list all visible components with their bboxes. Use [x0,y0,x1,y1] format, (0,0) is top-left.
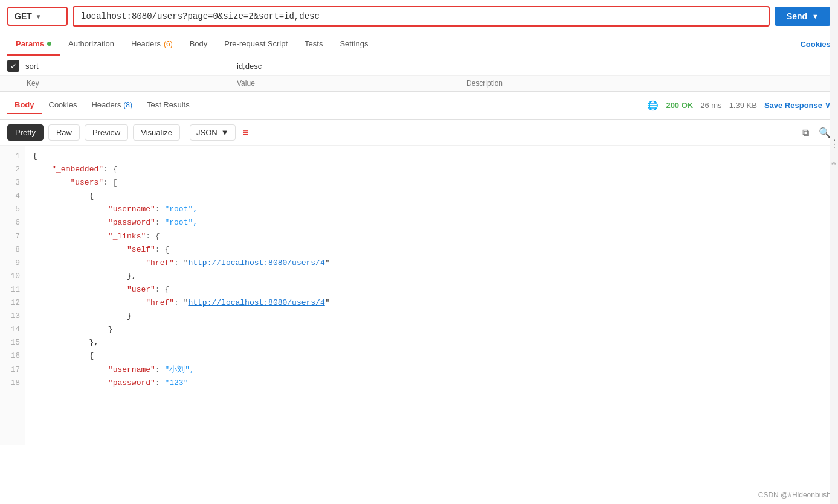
line-number: 2 [5,163,20,176]
request-tabs: Params Authorization Headers (6) Body Pr… [0,33,838,56]
tab-params[interactable]: Params [7,33,60,56]
line-number: 18 [5,377,20,390]
cookies-link[interactable]: Cookies [800,40,831,49]
json-line: "_links": { [33,230,831,243]
json-line: "username": "小刘", [33,363,831,377]
json-content: { "_embedded": { "users": [ { "username"… [25,146,838,445]
line-number: 14 [5,323,20,336]
line-number: 9 [5,257,20,270]
right-edge: ··· g [830,0,838,445]
tab-settings-label: Settings [340,39,368,48]
line-number: 16 [5,349,20,363]
save-response-label: Save Response [764,101,822,110]
resp-headers-badge: (8) [123,101,132,109]
tab-authorization[interactable]: Authorization [60,33,123,56]
line-number: 13 [5,310,20,323]
method-select[interactable]: GET ▼ [7,7,68,26]
json-line: "self": { [33,243,831,257]
json-line: { [33,349,831,363]
tab-authorization-label: Authorization [68,39,114,48]
format-bar: Pretty Raw Preview Visualize JSON ▼ ≡ ⧉ … [0,120,838,146]
tab-settings[interactable]: Settings [331,33,376,56]
pretty-button[interactable]: Pretty [7,124,44,141]
sort-checkbox[interactable]: ✓ [7,60,19,72]
json-link[interactable]: http://localhost:8080/users/4 [188,298,324,307]
line-number: 15 [5,336,20,349]
check-symbol: ✓ [10,62,17,71]
headers-badge: (6) [164,40,173,48]
preview-button[interactable]: Preview [85,124,128,141]
tab-tests[interactable]: Tests [296,33,331,56]
method-chevron: ▼ [36,13,42,20]
resp-tab-body[interactable]: Body [7,97,42,114]
response-header: Body Cookies Headers (8) Test Results 🌐 … [0,92,838,120]
more-options-icon[interactable]: ··· [829,139,839,150]
line-number: 11 [5,283,20,296]
raw-button[interactable]: Raw [48,124,80,141]
response-size: 1.39 KB [729,101,757,110]
resp-test-results-label: Test Results [147,100,190,109]
json-link[interactable]: http://localhost:8080/users/4 [188,258,324,267]
globe-icon: 🌐 [647,100,659,111]
line-number: 4 [5,190,20,203]
line-number: 5 [5,203,20,216]
tab-params-label: Params [16,39,44,48]
top-bar: GET ▼ Send ▼ [0,0,838,33]
line-number: 7 [5,230,20,243]
tab-body-label: Body [190,39,208,48]
json-viewer: 123456789101112131415161718 { "_embedded… [0,146,838,445]
line-number: 1 [5,150,20,163]
format-select[interactable]: JSON ▼ [190,124,236,141]
filter-icon[interactable]: ≡ [243,127,248,138]
line-number: 12 [5,296,20,310]
json-line: "user": { [33,283,831,296]
json-line: { [33,150,831,163]
resp-cookies-label: Cookies [49,100,77,109]
send-chevron: ▼ [812,13,819,20]
params-sort-row: ✓ sort id,desc [0,56,838,76]
tab-headers-label: Headers [131,39,161,48]
format-chevron: ▼ [221,128,229,137]
key-header: Key [7,79,237,88]
url-input[interactable] [73,6,770,27]
sort-key: sort [25,62,237,71]
response-time: 26 ms [700,101,721,110]
copy-icon[interactable]: ⧉ [802,127,809,138]
line-numbers: 123456789101112131415161718 [0,146,25,445]
json-line: { [33,190,831,203]
json-line: "password": "root", [33,216,831,229]
response-meta: 🌐 200 OK 26 ms 1.39 KB Save Response ∨ [647,100,831,111]
json-line: "href": "http://localhost:8080/users/4" [33,257,831,270]
json-line: "users": [ [33,176,831,190]
json-line: "password": "123" [33,377,831,390]
send-label: Send [787,11,807,21]
line-number: 3 [5,176,20,190]
resp-tab-test-results[interactable]: Test Results [140,97,197,114]
tab-prerequest[interactable]: Pre-request Script [216,33,296,56]
json-line: "username": "root", [33,203,831,216]
value-header: Value [237,79,466,88]
status-badge: 200 OK [666,101,693,110]
resp-tab-headers[interactable]: Headers (8) [84,97,139,114]
resp-tab-cookies[interactable]: Cookies [42,97,85,114]
json-line: }, [33,336,831,349]
resp-headers-label: Headers [91,100,121,109]
tab-prerequest-label: Pre-request Script [224,39,288,48]
right-edge-text: g [831,162,837,166]
json-line: "_embedded": { [33,163,831,176]
send-button[interactable]: Send ▼ [775,7,831,26]
description-header: Description [466,79,503,88]
method-label: GET [15,11,32,21]
visualize-button[interactable]: Visualize [133,124,180,141]
line-number: 8 [5,243,20,257]
line-number: 10 [5,270,20,283]
params-header: Key Value Description [0,76,838,91]
tab-body[interactable]: Body [181,33,216,56]
tab-tests-label: Tests [305,39,323,48]
line-number: 6 [5,216,20,229]
tab-headers[interactable]: Headers (6) [123,33,181,56]
search-icon[interactable]: 🔍 [819,127,831,138]
json-line: } [33,310,831,323]
save-response-button[interactable]: Save Response ∨ [764,101,831,110]
json-line: } [33,323,831,336]
